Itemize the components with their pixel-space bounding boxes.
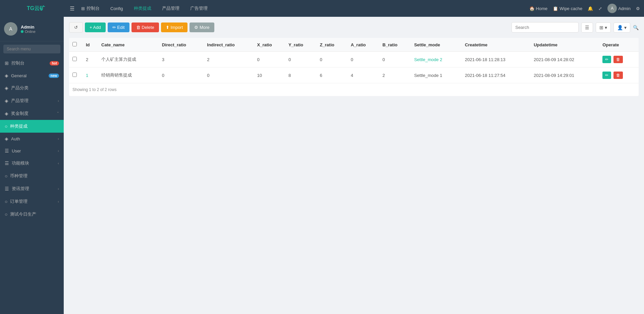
delete-row-button[interactable]: 🗑 [613,72,623,79]
cell-id[interactable]: 1 [83,68,98,83]
chevron-icon: ‹ [58,137,59,141]
general-icon: ◈ [5,73,8,78]
order-icon: ○ [5,199,7,204]
topnav-item-category-commission[interactable]: 种类提成 [129,3,156,13]
cell-id: 2 [83,52,98,68]
toolbar: ↺ + Add ✏ Edit 🗑 Delete ⬆ Import ⚙ More [69,22,639,33]
chevron-icon: ‹ [58,161,59,165]
col-indirect-ratio: Indirect_ratio [204,38,254,52]
import-button[interactable]: ⬆ Import [161,23,187,32]
topnav-item-config[interactable]: Config [106,4,128,13]
search-button[interactable]: 🔍 [633,25,639,30]
settings-icon[interactable]: ⚙ [636,6,640,11]
cell-y-ratio: 0 [285,52,316,68]
cell-x-ratio: 10 [254,68,285,83]
cell-createtime: 2021-06-18 11:27:54 [462,68,530,83]
col-createtime: Createtime [462,38,530,52]
sidebar-user: A Admin Online [0,17,64,41]
col-b-ratio: B_ratio [379,38,411,52]
wipe-cache-link[interactable]: 📋 Wipe cache [553,6,582,11]
cell-z-ratio: 0 [316,52,347,68]
cell-settle-mode: Settle_mode 1 [411,68,462,83]
cell-direct-ratio: 0 [159,68,204,83]
chevron-icon: ‹ [58,199,59,204]
sidebar-item-dashboard[interactable]: ⊞ 控制台 hot [0,57,64,70]
sidebar-item-category-commission[interactable]: ○ 种类提成 [0,120,64,133]
more-button[interactable]: ⚙ More [190,23,214,32]
cell-b-ratio: 2 [379,68,411,83]
user-filter-button[interactable]: 👤 ▾ [613,23,630,33]
sidebar-item-product-category[interactable]: ◈ 产品分类 [0,82,64,94]
data-table-container: Id Cate_name Direct_ratio Indirect_ratio… [69,38,639,96]
sidebar-item-user[interactable]: ☰ User ‹ [0,145,64,157]
avatar: A [607,4,617,13]
cell-x-ratio: 0 [254,52,285,68]
topnav-item-ad-manage[interactable]: 广告管理 [185,3,212,13]
main-content: ↺ + Add ✏ Edit 🗑 Delete ⬆ Import ⚙ More [64,17,644,314]
search-input[interactable] [3,45,60,53]
delete-row-button[interactable]: 🗑 [613,56,623,63]
user-menu[interactable]: A Admin [607,4,631,13]
topnav-item-product-manage[interactable]: 产品管理 [157,3,184,13]
sidebar-item-order[interactable]: ○ 订单管理 ‹ [0,195,64,208]
cell-settle-mode[interactable]: Settle_mode 2 [411,52,462,68]
edit-button[interactable]: ✏ Edit [108,23,129,32]
cell-updatetime: 2021-08-09 14:28:02 [530,52,599,68]
sidebar-item-product-manage[interactable]: ◈ 产品管理 ‹ [0,94,64,107]
cell-updatetime: 2021-08-09 14:29:01 [530,68,599,83]
chevron-icon: ‹ [58,99,59,103]
currency-icon: ○ [5,173,7,179]
cell-direct-ratio: 3 [159,52,204,68]
col-updatetime: Updatetime [530,38,599,52]
edit-row-button[interactable]: ✏ [602,72,611,79]
home-icon: 🏠 [529,6,535,11]
hot-badge: hot [50,61,59,65]
sidebar-item-auth[interactable]: ◈ Auth ‹ [0,133,64,145]
sidebar-item-currency[interactable]: ○ 币种管理 [0,170,64,182]
grid-view-button[interactable]: ⊞ ▾ [596,23,611,33]
sidebar-nav: ⊞ 控制台 hot ◈ General new ◈ 产品分类 ◈ 产品管理 ‹ … [0,57,64,314]
home-link[interactable]: 🏠 Home [529,6,548,11]
row-checkbox[interactable] [72,57,77,61]
topnav-item-dashboard[interactable]: ⊞控制台 [76,3,104,13]
func-module-icon: ☰ [5,161,9,166]
sidebar-item-bonus-system[interactable]: ◈ 奖金制度 ˅ [0,107,64,120]
chevron-icon: ˅ [57,111,59,116]
top-nav-right: 🏠 Home 📋 Wipe cache 🔔 ⤢ A Admin ⚙ [529,4,640,13]
today-icon: ○ [5,212,7,217]
news-icon: ☰ [5,186,9,191]
bonus-icon: ◈ [5,111,8,116]
refresh-button[interactable]: ↺ [69,22,83,33]
user-info: Admin Online [21,25,36,34]
toolbar-right: ☰ ⊞ ▾ 👤 ▾ 🔍 [512,22,639,33]
add-button[interactable]: + Add [85,23,106,32]
delete-button[interactable]: 🗑 Delete [131,23,159,32]
col-y-ratio: Y_ratio [285,38,316,52]
notifications-icon[interactable]: 🔔 [588,6,593,11]
edit-row-button[interactable]: ✏ [602,56,611,63]
top-nav: TG云矿 ☰ ⊞控制台 Config 种类提成 产品管理 广告管理 🏠 Home… [0,0,644,17]
sidebar-item-news[interactable]: ☰ 资讯管理 ‹ [0,182,64,195]
hamburger-button[interactable]: ☰ [68,3,76,14]
fullscreen-icon[interactable]: ⤢ [598,6,602,11]
cell-b-ratio: 0 [379,52,411,68]
col-z-ratio: Z_ratio [316,38,347,52]
search-input[interactable] [512,22,579,33]
username: Admin [21,25,36,30]
sidebar-item-func-module[interactable]: ☰ 功能模块 ‹ [0,157,64,170]
select-all-checkbox[interactable] [72,42,77,46]
cell-cate-name: 经销商销售提成 [98,68,159,83]
sidebar-item-general[interactable]: ◈ General new [0,70,64,82]
chevron-icon: ‹ [58,149,59,153]
row-checkbox[interactable] [72,73,77,77]
sidebar-item-today-production[interactable]: ○ 测试今日生产 [0,208,64,221]
list-view-button[interactable]: ☰ [581,23,593,33]
top-nav-menu: ⊞控制台 Config 种类提成 产品管理 广告管理 [76,3,529,13]
data-table: Id Cate_name Direct_ratio Indirect_ratio… [69,38,639,83]
cell-cate-name: 个人矿主算力提成 [98,52,159,68]
cell-y-ratio: 8 [285,68,316,83]
status-dot [21,30,23,33]
cell-operate: ✏ 🗑 [599,52,639,68]
col-cate-name: Cate_name [98,38,159,52]
showing-text: Showing 1 to 2 of 2 rows [69,83,639,96]
